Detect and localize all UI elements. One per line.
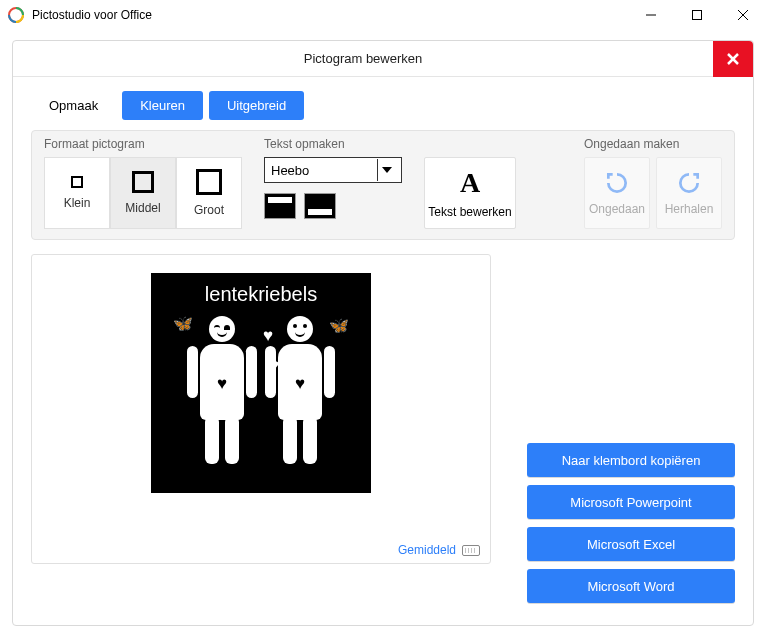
export-buttons: Naar klembord kopiëren Microsoft Powerpo… [527, 443, 735, 603]
dialog-close-button[interactable] [713, 41, 753, 77]
copy-clipboard-button[interactable]: Naar klembord kopiëren [527, 443, 735, 477]
keyboard-icon [462, 545, 480, 556]
butterfly-icon: 🦋 [329, 316, 349, 335]
difficulty-label: Gemiddeld [398, 543, 456, 557]
undo-button[interactable]: Ongedaan [584, 157, 650, 229]
undo-group-label: Ongedaan maken [584, 137, 722, 151]
butterfly-icon: 🦋 [173, 314, 193, 333]
square-large-icon [196, 169, 222, 195]
tab-bar: Opmaak Kleuren Uitgebreid [13, 77, 753, 120]
size-small-button[interactable]: Klein [44, 157, 110, 229]
letter-a-icon: A [460, 167, 480, 199]
font-select[interactable]: Heebo [264, 157, 402, 183]
size-group: Formaat pictogram Klein Middel Groot [44, 137, 242, 229]
tab-kleuren[interactable]: Kleuren [122, 91, 203, 120]
tab-opmaak[interactable]: Opmaak [31, 91, 116, 120]
square-small-icon [71, 176, 83, 188]
tab-uitgebreid[interactable]: Uitgebreid [209, 91, 304, 120]
size-group-label: Formaat pictogram [44, 137, 242, 151]
pictogram-caption: lentekriebels [205, 283, 317, 306]
dialog-title: Pictogram bewerken [13, 51, 713, 66]
undo-icon [604, 170, 630, 196]
export-powerpoint-button[interactable]: Microsoft Powerpoint [527, 485, 735, 519]
redo-button[interactable]: Herhalen [656, 157, 722, 229]
caption-position-bottom-button[interactable] [304, 193, 336, 219]
export-excel-button[interactable]: Microsoft Excel [527, 527, 735, 561]
dialog-panel: Pictogram bewerken Opmaak Kleuren Uitgeb… [12, 40, 754, 626]
font-select-value: Heebo [271, 163, 309, 178]
close-window-button[interactable] [720, 0, 766, 30]
edit-text-group: A Tekst bewerken [424, 137, 516, 229]
person-figure: ♥ [271, 316, 329, 464]
pictogram-preview: lentekriebels 🦋 🦋 ♥ ♥ ♥ ♥ [31, 254, 491, 564]
maximize-button[interactable] [674, 0, 720, 30]
size-large-button[interactable]: Groot [176, 157, 242, 229]
undo-group: Ongedaan maken Ongedaan Herhalen [584, 137, 722, 229]
window-title: Pictostudio voor Office [32, 8, 628, 22]
export-word-button[interactable]: Microsoft Word [527, 569, 735, 603]
text-format-label: Tekst opmaken [264, 137, 402, 151]
text-format-group: Tekst opmaken Heebo [264, 137, 402, 229]
format-toolbar: Formaat pictogram Klein Middel Groot Tek… [31, 130, 735, 240]
difficulty-indicator[interactable]: Gemiddeld [398, 543, 480, 557]
edit-text-button[interactable]: A Tekst bewerken [424, 157, 516, 229]
caption-position-top-button[interactable] [264, 193, 296, 219]
app-logo-icon [8, 7, 24, 23]
chevron-down-icon [377, 159, 395, 181]
square-medium-icon [132, 171, 154, 193]
pictogram-image: 🦋 🦋 ♥ ♥ ♥ ♥ ♥ [159, 310, 363, 483]
redo-icon [676, 170, 702, 196]
minimize-button[interactable] [628, 0, 674, 30]
size-medium-button[interactable]: Middel [110, 157, 176, 229]
pictogram: lentekriebels 🦋 🦋 ♥ ♥ ♥ ♥ [151, 273, 371, 493]
svg-rect-2 [693, 11, 702, 20]
window-titlebar: Pictostudio voor Office [0, 0, 766, 30]
person-figure: ♥ [193, 316, 251, 464]
